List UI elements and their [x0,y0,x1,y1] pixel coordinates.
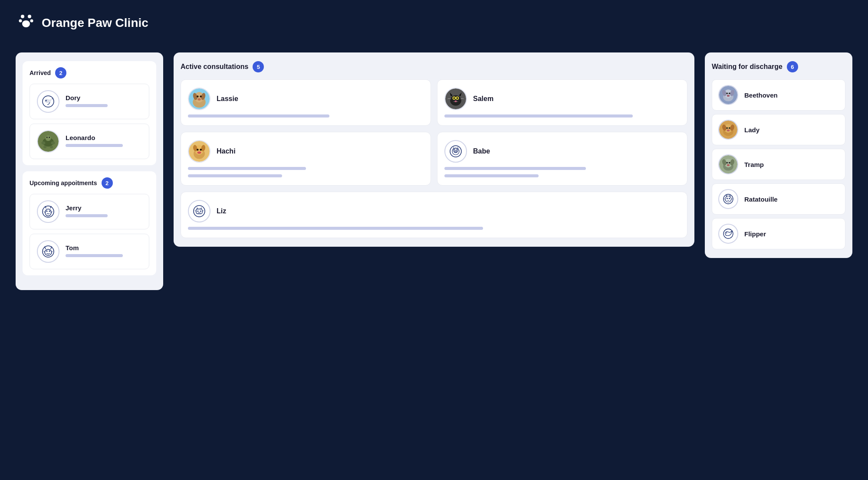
lassie-avatar [188,88,210,110]
consultations-column: Active consultations 5 [174,52,694,247]
svg-point-81 [729,162,730,164]
svg-point-86 [729,198,730,199]
ratatouille-avatar [718,189,738,209]
svg-point-84 [725,196,731,202]
svg-point-15 [49,137,50,138]
svg-point-85 [727,198,728,199]
svg-point-2 [19,20,22,23]
svg-point-18 [46,211,48,212]
hachi-name: Hachi [217,147,236,155]
discharge-card-beethoven[interactable]: Beethoven [712,79,845,111]
svg-point-19 [49,211,50,212]
svg-point-53 [455,151,455,152]
dory-info: Dory [66,94,142,109]
babe-bar2 [444,174,539,177]
svg-point-37 [457,97,458,99]
svg-point-17 [45,209,51,216]
svg-point-88 [726,232,727,234]
app-header: Orange Paw Clinic [0,0,868,46]
hachi-top: Hachi [188,140,424,163]
svg-point-30 [200,95,202,98]
pet-card-tom[interactable]: Tom [30,234,149,269]
svg-point-65 [729,93,730,95]
babe-name: Babe [473,147,490,155]
consultations-header: Active consultations 5 [181,61,687,72]
hachi-avatar [188,140,210,163]
kanban-board: Arrived 2 Dory [0,46,868,306]
svg-rect-56 [196,209,202,214]
upcoming-header: Upcoming appoitments 2 [30,177,149,189]
discharge-badge: 6 [787,61,798,72]
leonardo-avatar [37,130,59,153]
pet-card-leonardo[interactable]: Leonardo [30,124,149,159]
svg-point-80 [726,162,728,164]
dory-name: Dory [66,94,142,101]
consult-card-salem[interactable]: Salem [437,79,687,126]
svg-point-4 [22,20,30,27]
svg-point-9 [46,135,51,141]
consult-card-hachi[interactable]: Hachi [181,132,431,186]
svg-point-66 [727,95,730,97]
svg-point-48 [452,148,459,155]
lady-name: Lady [744,126,760,134]
consult-card-babe[interactable]: Babe [437,132,687,186]
svg-point-45 [200,149,202,151]
discharge-column: Waiting for discharge 6 Beethoven [705,52,852,258]
consultations-title: Active consultations [181,63,248,71]
svg-point-47 [450,146,461,157]
leonardo-bar [66,144,123,147]
svg-point-6 [45,100,47,101]
dory-avatar [37,90,59,113]
svg-point-44 [197,149,199,151]
jerry-bar [66,214,108,217]
consult-card-lassie[interactable]: Lassie [181,79,431,126]
dory-bar [66,104,108,107]
discharge-card-ratatouille[interactable]: Ratatouille [712,183,845,215]
svg-point-12 [43,146,46,148]
svg-point-55 [194,206,205,217]
svg-point-10 [41,141,45,144]
svg-point-16 [43,206,54,217]
liz-bar [188,227,483,230]
liz-avatar [188,200,210,222]
jerry-info: Jerry [66,204,142,219]
app-title: Orange Paw Clinic [42,16,148,30]
svg-point-38 [454,101,457,102]
svg-point-1 [28,15,31,18]
tom-bar [66,254,123,257]
tramp-avatar [718,154,738,174]
lassie-name: Lassie [217,95,238,103]
svg-point-64 [726,93,728,95]
hachi-bar2 [188,174,282,177]
leonardo-name: Leonardo [66,134,142,141]
beethoven-name: Beethoven [744,91,778,99]
discharge-title: Waiting for discharge [712,63,783,71]
svg-point-58 [200,211,201,212]
babe-avatar [444,140,467,163]
salem-name: Salem [473,95,493,103]
svg-point-3 [30,20,33,23]
discharge-card-flipper[interactable]: Flipper [712,218,845,249]
consult-card-liz[interactable]: Liz [181,192,687,238]
svg-point-31 [197,98,201,101]
arrived-badge: 2 [55,67,66,78]
svg-point-22 [46,251,48,252]
jerry-name: Jerry [66,204,142,212]
ratatouille-name: Ratatouille [744,196,778,203]
babe-top: Babe [444,140,680,163]
liz-top: Liz [188,200,680,222]
svg-point-57 [197,211,199,212]
svg-point-13 [50,146,53,148]
svg-point-52 [454,151,457,153]
svg-point-49 [454,148,458,153]
svg-point-0 [21,15,24,18]
discharge-card-lady[interactable]: Lady [712,114,845,145]
pet-card-jerry[interactable]: Jerry [30,194,149,229]
lassie-top: Lassie [188,88,424,110]
consultations-grid: Lassie [181,79,687,238]
svg-point-29 [197,95,199,98]
tom-name: Tom [66,244,142,251]
beethoven-avatar [718,85,738,105]
pet-card-dory[interactable]: Dory [30,84,149,119]
discharge-card-tramp[interactable]: Tramp [712,149,845,180]
